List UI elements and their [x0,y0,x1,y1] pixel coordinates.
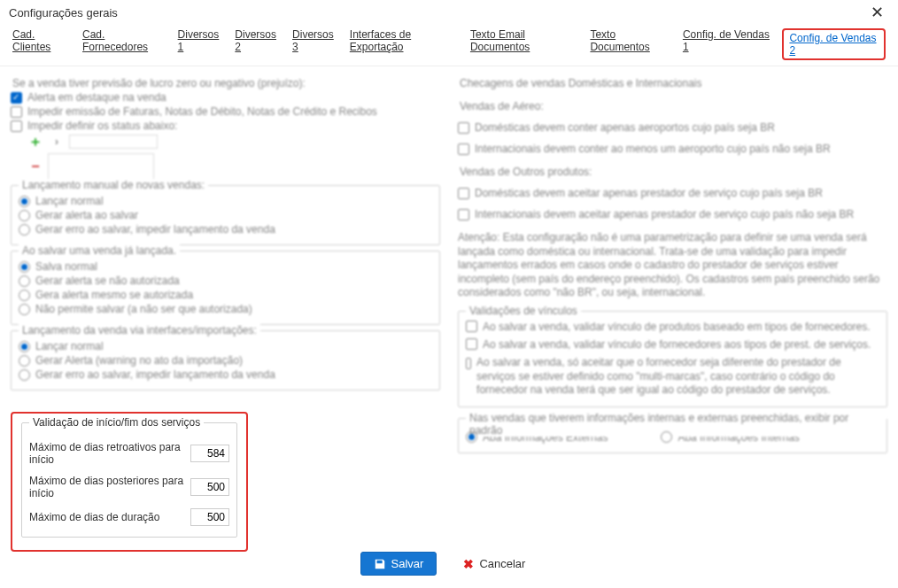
input-max-duration[interactable] [190,508,229,526]
group-link-validation: Validações de vínculos Ao salvar a venda… [458,311,887,407]
tab-interfaces-exportacao[interactable]: Interfaces de Exportação [350,28,460,60]
group-import-title: Lançamento da venda via interfaces/impor… [19,324,260,337]
status-input[interactable] [69,135,158,149]
label-manual-normal: Lançar normal [35,195,104,207]
tab-cad-fornecedores[interactable]: Cad. Fornecedores [82,28,167,60]
validation-title: Validação de início/fim dos serviços [29,416,204,429]
tab-texto-documentos[interactable]: Texto Documentos [590,28,671,60]
cancel-button-label: Cancelar [479,557,525,570]
radio-manual-error[interactable] [19,224,30,236]
label-aereo-dom: Domésticas devem conter apenas aeroporto… [475,121,775,134]
radio-import-error[interactable] [19,369,30,381]
tab-bar: Cad. Clientes Cad. Fornecedores Diversos… [0,25,898,66]
radio-save-alert-auth[interactable] [19,290,30,301]
checkbox-prevent-emit[interactable] [11,106,22,118]
radio-tab-external[interactable] [466,431,477,443]
validation-highlight-box: Validação de início/fim dos serviços Máx… [11,412,248,552]
cancel-button[interactable]: ✖ Cancelar [451,553,538,576]
radio-save-block[interactable] [19,304,30,315]
minus-icon[interactable]: − [27,159,44,174]
checkbox-multimarcas[interactable] [466,358,471,369]
checkbox-link-products[interactable] [466,321,477,332]
save-icon [374,558,386,570]
checkbox-prevent-status[interactable] [11,120,22,132]
label-save-normal: Salva normal [35,260,97,273]
label-outros-dom: Domésticas devem aceitar apenas prestado… [475,187,823,199]
radio-manual-alert[interactable] [19,210,30,221]
label-max-retro: Máximo de dias retroativos para início [29,441,190,466]
checkbox-aereo-int[interactable] [458,143,469,155]
radio-save-alert-unauth[interactable] [19,275,30,287]
tab-config-vendas-2[interactable]: Config. de Vendas 2 [782,28,886,60]
aereo-heading: Vendas de Aéreo: [460,100,887,112]
radio-import-alert[interactable] [19,355,30,367]
label-manual-alert: Gerar alerta ao salvar [35,209,138,221]
label-aereo-int: Internacionais devem conter ao menos um … [475,143,831,155]
label-link-products: Ao salvar a venda, validar vínculo de pr… [483,321,871,333]
label-alert-highlight: Alerta em destaque na venda [27,91,166,104]
label-import-alert: Gerar Alerta (warning no ato da importaç… [35,354,243,367]
checkbox-alert-highlight[interactable] [11,92,22,104]
label-outros-int: Internacionais devem aceitar apenas pres… [475,208,854,220]
input-max-retro[interactable] [190,445,229,462]
group-save-existing: Ao salvar uma venda já lançada. Salva no… [11,251,440,325]
group-import-launch: Lançamento da venda via interfaces/impor… [11,330,440,391]
label-import-normal: Lançar normal [35,340,104,352]
tab-diversos-2[interactable]: Diversos 2 [235,28,282,60]
tab-diversos-1[interactable]: Diversos 1 [178,28,225,60]
label-link-suppliers: Ao salvar a venda, validar vínculo de fo… [483,338,871,351]
radio-manual-normal[interactable] [19,196,30,207]
checkbox-aereo-dom[interactable] [458,122,469,134]
input-max-post[interactable] [190,478,229,496]
label-manual-error: Gerar erro ao salvar, impedir lançamento… [35,223,275,236]
group-default-tab: Nas vendas que tiverem informações inter… [458,418,887,453]
plus-icon[interactable]: ＋ [27,134,44,150]
radio-tab-internal[interactable] [661,431,672,443]
cancel-icon: ✖ [463,557,474,571]
chevron-right-icon[interactable]: › [48,134,66,150]
warning-text: Atenção: Esta configuração não é uma par… [458,231,887,300]
tab-diversos-3[interactable]: Diversos 3 [292,28,339,60]
label-save-alert-auth: Gera alerta mesmo se autorizada [35,289,193,301]
radio-save-normal[interactable] [19,261,30,273]
group-manual-title: Lançamento manual de novas vendas: [19,179,208,191]
tab-config-vendas-1[interactable]: Config. de Vendas 1 [683,28,772,60]
label-save-alert-unauth: Gerar alerta se não autorizada [35,275,180,287]
group-manual-launch: Lançamento manual de novas vendas: Lança… [11,185,440,245]
label-prevent-emit: Impedir emissão de Faturas, Notas de Déb… [27,105,377,118]
label-prevent-status: Impedir definir os status abaixo: [27,120,177,132]
checkbox-outros-dom[interactable] [458,188,469,199]
group-links-title: Validações de vínculos [466,305,581,317]
label-max-duration: Máximo de dias de duração [29,511,159,523]
close-icon[interactable]: ✕ [865,4,889,20]
label-import-error: Gerar erro ao salvar, impedir lançamento… [35,368,275,381]
status-list[interactable] [48,153,154,180]
profit-heading: Se a venda tiver previsão de lucro zero … [12,77,440,89]
group-default-title: Nas vendas que tiverem informações inter… [466,412,886,437]
group-save-title: Ao salvar uma venda já lançada. [19,244,180,257]
label-max-post: Máximo de dias posteriores para início [29,475,190,499]
label-save-block: Não permite salvar (a não ser que autori… [35,303,252,315]
tab-cad-clientes[interactable]: Cad. Clientes [12,28,72,60]
checkbox-outros-int[interactable] [458,209,469,220]
tab-texto-email[interactable]: Texto Email Documentos [470,28,579,60]
radio-import-normal[interactable] [19,341,30,352]
window-title: Configurações gerais [9,6,865,19]
save-button[interactable]: Salvar [360,552,437,576]
check-heading: Checagens de vendas Domésticas e Interna… [460,77,887,89]
outros-heading: Vendas de Outros produtos: [460,166,887,178]
label-multimarcas: Ao salvar a venda, só aceitar que o forn… [476,356,879,398]
save-button-label: Salvar [391,557,424,570]
checkbox-link-suppliers[interactable] [466,338,477,350]
